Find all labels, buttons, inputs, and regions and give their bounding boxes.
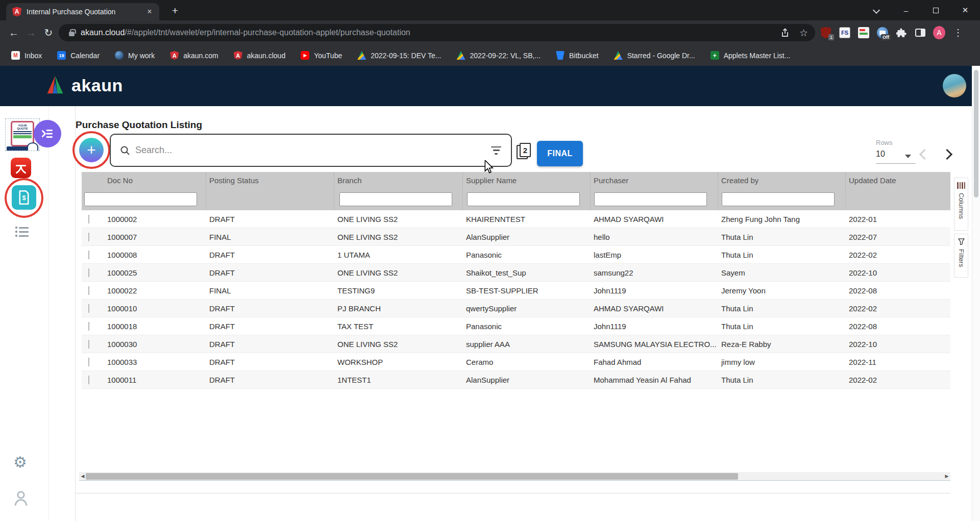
fs-extension-icon[interactable]: FS [839, 27, 851, 39]
bookmark-item[interactable]: ▶ YouTube [301, 51, 342, 60]
hand-icon [27, 142, 38, 151]
row-checkbox[interactable] [88, 233, 89, 241]
forward-button[interactable]: → [22, 24, 40, 41]
user-avatar[interactable] [943, 74, 966, 97]
table-row[interactable]: 1000008 DRAFT 1 UTAMA Panasonic lastEmp … [82, 246, 950, 264]
sidebar-item-da-applet[interactable] [11, 158, 31, 178]
akaun-logo[interactable]: akaun [44, 75, 123, 95]
row-checkbox[interactable] [88, 322, 89, 331]
column-header-created-by[interactable]: Created by [718, 172, 846, 189]
sidebar-expand-button[interactable] [34, 120, 61, 147]
window-minimize-button[interactable]: – [891, 0, 921, 20]
table-row[interactable]: 1000010 DRAFT PJ BRANCH qwertySupplier A… [82, 300, 950, 317]
row-checkbox[interactable] [88, 376, 89, 384]
next-page-button[interactable] [942, 149, 952, 160]
sidebar-item-listing[interactable] [15, 227, 29, 237]
settings-gear-icon[interactable]: ⚙ [13, 453, 27, 471]
address-bar[interactable]: akaun.cloud/#/applet/tnt/wavelet/erp/int… [59, 24, 815, 41]
row-checkbox[interactable] [88, 304, 89, 313]
bookmark-star-icon[interactable]: ☆ [799, 28, 808, 38]
row-checkbox[interactable] [88, 286, 89, 295]
bookmark-item[interactable]: A akaun.com [170, 51, 218, 60]
cell-posting-status: FINAL [206, 286, 334, 295]
row-checkbox[interactable] [88, 358, 89, 366]
filter-input-branch[interactable] [339, 192, 452, 206]
table-row[interactable]: 1000025 DRAFT ONE LIVING SS2 Shaikot_tes… [82, 264, 950, 282]
account-person-icon[interactable] [13, 490, 29, 508]
table-row[interactable]: 1000030 DRAFT ONE LIVING SS2 supplier AA… [82, 335, 950, 353]
rows-dropdown-caret-icon[interactable] [905, 155, 911, 158]
column-header-doc-no[interactable]: Doc No [104, 172, 206, 189]
tab-search-chevron-icon[interactable] [873, 7, 880, 14]
bookmark-item[interactable]: + Applets Master List... [710, 51, 791, 60]
cell-branch: ONE LIVING SS2 [334, 340, 463, 349]
tab-close-icon[interactable]: × [145, 7, 154, 16]
back-button[interactable]: ← [5, 24, 22, 41]
page-scrollbar-thumb[interactable] [974, 70, 978, 197]
ublock-extension-icon[interactable]: 1 [820, 27, 832, 39]
extensions-puzzle-icon[interactable] [895, 27, 908, 39]
filter-input-supplier-name[interactable] [467, 192, 580, 206]
off-extension-icon[interactable]: Off [876, 27, 889, 39]
add-quotation-button[interactable]: + [79, 138, 104, 162]
column-header-posting-status[interactable]: Posting Status [206, 172, 334, 189]
previous-page-button[interactable] [919, 149, 930, 160]
side-panel-icon[interactable] [914, 27, 926, 39]
window-maximize-button[interactable] [921, 0, 950, 20]
bookmark-item[interactable]: 2022-09-15: DEV Te... [357, 51, 441, 60]
lock-icon[interactable] [69, 32, 75, 36]
da-character-icon [14, 161, 28, 175]
page-scrollbar[interactable] [972, 66, 980, 521]
table-row[interactable]: 1000033 DRAFT WORKSHOP Ceramo Fahad Ahma… [82, 353, 950, 371]
bookmark-item[interactable]: My work [115, 51, 155, 60]
search-input[interactable] [135, 145, 491, 156]
columns-side-tab[interactable]: Columns [954, 178, 968, 231]
filter-funnel-icon[interactable] [491, 146, 502, 155]
ublock-badge: 1 [828, 34, 834, 40]
table-row[interactable]: 1000022 FINAL TESTING9 SB-TEST-SUPPLIER … [82, 282, 950, 300]
chrome-menu-icon[interactable]: ⋮ [952, 27, 964, 39]
bookmark-item[interactable]: A akaun.cloud [234, 51, 286, 60]
row-checkbox[interactable] [88, 251, 89, 259]
column-header-supplier-name[interactable]: Supplier Name [463, 172, 591, 189]
column-header-purchaser[interactable]: Purchaser [591, 172, 718, 189]
bookmark-item[interactable]: 2022-09-22: VL, SB,... [457, 51, 541, 60]
bookmark-item[interactable]: M Inbox [11, 51, 42, 60]
filter-input-created-by[interactable] [722, 192, 835, 206]
share-icon[interactable] [780, 28, 790, 38]
bookmark-item[interactable]: Bitbucket [556, 51, 599, 60]
final-button[interactable]: FINAL [537, 141, 583, 166]
filters-side-tab[interactable]: Filters [954, 234, 968, 278]
cell-branch: 1 UTAMA [334, 251, 463, 259]
refresh-button[interactable]: ↻ [40, 24, 57, 41]
bookmark-label: Calendar [70, 52, 100, 60]
capture-extension-icon[interactable] [857, 27, 870, 39]
cell-branch: WORKSHOP [334, 358, 463, 366]
rows-per-page-select[interactable]: 10 [876, 150, 885, 159]
table-row[interactable]: 1000011 DRAFT 1NTEST1 AlanSupplier Moham… [82, 371, 950, 389]
column-header-updated-date[interactable]: Updated Date [846, 172, 950, 189]
table-row[interactable]: 1000018 DRAFT TAX TEST Panasonic John111… [82, 317, 950, 335]
duplicate-view-button[interactable]: 2 [517, 143, 533, 161]
filter-input-doc-no[interactable] [84, 192, 197, 206]
sidebar-item-purchase-quotation-applet[interactable]: $ [12, 185, 36, 210]
window-close-button[interactable]: ✕ [950, 0, 980, 20]
column-header-branch[interactable]: Branch [334, 172, 463, 189]
horizontal-scrollbar-thumb[interactable] [86, 473, 738, 480]
bookmark-item[interactable]: Starred - Google Dr... [614, 51, 695, 60]
filter-input-purchaser[interactable] [594, 192, 707, 206]
row-checkbox[interactable] [88, 215, 89, 224]
browser-tab[interactable]: A Internal Purchase Quotation × [6, 3, 159, 20]
angular-favicon-icon: A [12, 7, 21, 17]
bookmark-item[interactable]: 19 Calendar [57, 51, 100, 60]
horizontal-scrollbar[interactable]: ◀ ▶ [79, 472, 950, 481]
new-tab-button[interactable]: + [167, 4, 183, 18]
row-checkbox[interactable] [88, 268, 89, 277]
rows-select-underline [876, 163, 916, 164]
table-row[interactable]: 1000007 FINAL ONE LIVING SS2 AlanSupplie… [82, 228, 950, 246]
row-checkbox[interactable] [88, 340, 89, 349]
table-row[interactable]: 1000002 DRAFT ONE LIVING SS2 KHAIRENNTES… [82, 210, 950, 228]
browser-profile-avatar[interactable]: A [933, 27, 945, 39]
scroll-left-arrow-icon[interactable]: ◀ [79, 472, 86, 481]
scroll-right-arrow-icon[interactable]: ▶ [943, 472, 950, 481]
